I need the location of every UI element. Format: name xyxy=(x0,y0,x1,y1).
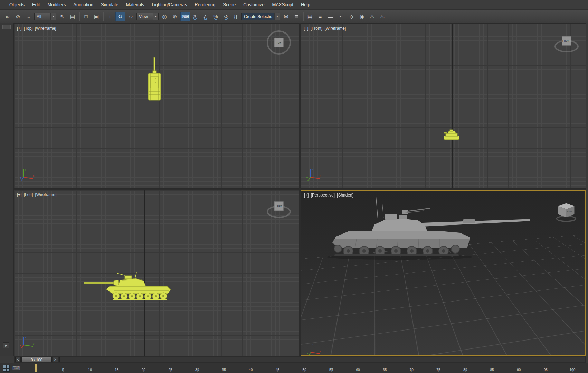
viewport-top[interactable]: [+] [Top] [Wireframe] xyxy=(14,23,299,189)
time-slider-handle[interactable]: 0 / 100 xyxy=(21,357,52,362)
viewcube-face[interactable]: FRONT xyxy=(562,36,571,45)
angle-snap-icon[interactable]: ∠ xyxy=(200,12,210,21)
select-and-scale-icon[interactable]: ▱ xyxy=(126,12,135,21)
ruler-tick: 5 xyxy=(57,368,69,373)
align-icon[interactable]: ≣ xyxy=(292,12,301,21)
world-axis-tripod: x z y xyxy=(307,341,322,356)
expand-panel-arrow-icon[interactable]: ▶ xyxy=(3,342,9,348)
viewcube[interactable]: RIGHT xyxy=(555,200,577,222)
viewport-menu-pov[interactable]: [Perspective] xyxy=(311,193,335,198)
menu-maxscript[interactable]: MAXScript xyxy=(268,0,297,9)
viewcube-face[interactable]: LEFT xyxy=(274,201,284,211)
menu-customize[interactable]: Customize xyxy=(239,0,268,9)
ruler-tick: 55 xyxy=(325,368,337,373)
use-pivot-point-center-icon[interactable]: ◎ xyxy=(160,12,169,21)
tank-model-top[interactable] xyxy=(147,57,162,103)
viewport-label: [+] [Front] [Wireframe] xyxy=(304,26,346,31)
bind-to-space-warp-icon[interactable]: ≈ xyxy=(23,12,33,21)
ruler-tick: 85 xyxy=(486,368,498,373)
select-object-icon[interactable]: ↖ xyxy=(57,12,67,21)
keyboard-shortcut-override-icon[interactable]: ⌨ xyxy=(180,12,190,21)
time-ruler[interactable]: 0510152025303540455055606570758085909510… xyxy=(30,363,578,373)
toolbar-separator xyxy=(303,12,303,21)
menu-animation[interactable]: Animation xyxy=(69,0,97,9)
ruler-tick: 35 xyxy=(218,368,230,373)
menu-lighting-cameras[interactable]: Lighting/Cameras xyxy=(148,0,191,9)
select-and-manipulate-icon[interactable]: ⊕ xyxy=(170,12,180,21)
toggle-layer-explorer-icon[interactable]: ≡ xyxy=(315,12,325,21)
viewport-menu-pov[interactable]: [Left] xyxy=(24,192,33,197)
window-crossing-toggle-icon[interactable]: ▣ xyxy=(92,12,101,21)
viewport-front[interactable]: [+] [Front] [Wireframe] FRONT xyxy=(301,23,586,189)
reference-coordinate-system-dropdown[interactable]: View ▼ xyxy=(136,13,159,20)
viewport-layout-grid-icon[interactable] xyxy=(3,365,10,372)
svg-text:y: y xyxy=(307,351,308,354)
main-toolbar: ∞⊘≈ All ▼ ↖▤ □▣ +↻▱ View ▼ ◎⊕⌨ 3 xyxy=(0,10,588,23)
viewport-menu-pov[interactable]: [Front] xyxy=(311,26,323,31)
select-by-name-icon[interactable]: ▤ xyxy=(68,12,77,21)
named-selection-sets-dropdown[interactable]: Create Selection Se ▼ xyxy=(241,13,280,20)
tank-model-front[interactable] xyxy=(444,129,459,141)
percent-snap-icon[interactable]: % xyxy=(211,12,220,21)
viewport-menu-shading[interactable]: [Wireframe] xyxy=(324,26,346,31)
viewport-left[interactable]: [+] [Left] [Wireframe] xyxy=(14,190,299,356)
edit-named-selection-sets-icon[interactable]: {} xyxy=(231,12,240,21)
menu-edit[interactable]: Edit xyxy=(28,0,44,9)
render-setup-icon[interactable]: ♨ xyxy=(367,12,377,21)
render-production-icon[interactable]: ♨ xyxy=(378,12,387,21)
next-frame-button[interactable]: > xyxy=(53,357,58,362)
menu-help[interactable]: Help xyxy=(297,0,314,9)
viewport-menu-general[interactable]: [+] xyxy=(17,26,22,31)
viewport-menu-general[interactable]: [+] xyxy=(17,192,22,197)
coord-system-value: View xyxy=(139,14,148,19)
viewport-perspective[interactable]: [+] [Perspective] [Shaded] xyxy=(301,190,586,356)
selection-filter-dropdown[interactable]: All ▼ xyxy=(34,13,56,20)
viewcube[interactable]: FRONT xyxy=(553,30,580,56)
menu-materials[interactable]: Materials xyxy=(122,0,148,9)
svg-text:z: z xyxy=(20,176,21,179)
menu-modifiers[interactable]: Modifiers xyxy=(44,0,69,9)
curve-editor-icon[interactable]: ~ xyxy=(336,12,346,21)
tank-model-perspective[interactable] xyxy=(315,193,536,262)
viewcube[interactable]: TOP xyxy=(266,29,292,56)
menu-simulate[interactable]: Simulate xyxy=(97,0,122,9)
svg-text:y: y xyxy=(25,168,26,171)
viewcube[interactable]: LEFT xyxy=(266,195,292,221)
snap-toggle-3d-icon[interactable]: 3 xyxy=(190,12,200,21)
viewport-menu-general[interactable]: [+] xyxy=(304,26,309,31)
tank-model-left[interactable] xyxy=(83,272,187,304)
ruler-tick: 15 xyxy=(111,368,123,373)
select-and-move-icon[interactable]: + xyxy=(105,12,115,21)
toggle-ribbon-icon[interactable]: ▬ xyxy=(326,12,335,21)
previous-frame-button[interactable]: < xyxy=(15,357,21,362)
svg-text:x: x xyxy=(320,350,321,353)
grid-axis-vertical xyxy=(452,24,453,188)
viewport-menu-pov[interactable]: [Top] xyxy=(24,26,33,31)
toggle-scene-explorer-icon[interactable]: ▤ xyxy=(305,12,315,21)
schematic-view-icon[interactable]: ◇ xyxy=(347,12,356,21)
current-frame-marker[interactable] xyxy=(35,364,37,372)
viewport-menu-general[interactable]: [+] xyxy=(304,193,309,198)
material-editor-icon[interactable]: ◉ xyxy=(357,12,367,21)
menu-rendering[interactable]: Rendering xyxy=(191,0,219,9)
spinner-snap-icon[interactable]: ↺ xyxy=(221,12,231,21)
keyboard-icon[interactable]: ⌨ xyxy=(12,365,20,371)
viewport-menu-shading[interactable]: [Wireframe] xyxy=(35,192,56,197)
ruler-tick: 25 xyxy=(164,368,176,373)
select-and-rotate-icon[interactable]: ↻ xyxy=(115,12,125,21)
select-and-link-icon[interactable]: ∞ xyxy=(3,12,12,21)
viewport-layout-tab[interactable] xyxy=(2,25,11,29)
menu-objects[interactable]: Objects xyxy=(6,0,28,9)
world-axis-tripod: x z y xyxy=(306,166,322,181)
rectangular-selection-region-icon[interactable]: □ xyxy=(81,12,91,21)
viewport-menu-shading[interactable]: [Shaded] xyxy=(337,193,353,198)
menu-scene[interactable]: Scene xyxy=(219,0,239,9)
selection-filter-value: All xyxy=(37,14,41,19)
ruler-tick: 70 xyxy=(406,368,417,373)
mirror-icon[interactable]: ⋈ xyxy=(281,12,291,21)
unlink-selection-icon[interactable]: ⊘ xyxy=(13,12,23,21)
viewport-menu-shading[interactable]: [Wireframe] xyxy=(35,26,56,31)
ruler-tick: 40 xyxy=(245,368,257,373)
viewcube-face[interactable]: TOP xyxy=(274,38,284,47)
time-slider-track[interactable] xyxy=(59,357,585,362)
